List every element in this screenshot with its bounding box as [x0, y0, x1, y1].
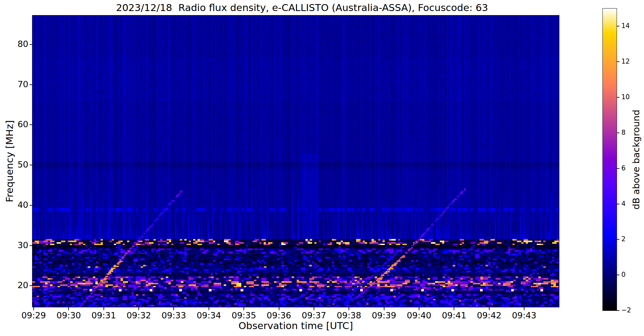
- x-tick-mark: [524, 307, 524, 310]
- x-tick-mark: [173, 307, 174, 310]
- colorbar-tick-label: 2: [621, 235, 625, 243]
- y-axis-label: Frequency [MHz]: [4, 120, 15, 202]
- x-tick-mark: [138, 307, 139, 310]
- colorbar-tick-mark: [617, 310, 619, 311]
- x-tick-label: 09:43: [502, 310, 546, 320]
- x-tick-mark: [489, 307, 490, 310]
- x-tick-mark: [454, 307, 454, 310]
- colorbar-tick-mark: [617, 168, 619, 169]
- y-tick-mark: [30, 165, 32, 165]
- y-tick-label: 70: [0, 79, 28, 89]
- colorbar-gradient-canvas: [603, 9, 617, 310]
- colorbar-tick-mark: [617, 204, 619, 204]
- colorbar-tick-label: 6: [621, 164, 625, 172]
- colorbar: [602, 8, 617, 311]
- y-tick-mark: [30, 285, 32, 286]
- colorbar-tick-label: 8: [621, 129, 625, 136]
- x-axis-label: Observation time [UTC]: [38, 320, 554, 331]
- y-tick-label: 30: [0, 240, 28, 250]
- colorbar-tick-mark: [617, 97, 619, 98]
- y-tick-mark: [30, 84, 32, 85]
- colorbar-tick-mark: [617, 239, 619, 240]
- colorbar-tick-label: 10: [621, 93, 630, 101]
- x-tick-mark: [349, 307, 349, 310]
- colorbar-tick-label: −2: [621, 306, 631, 314]
- spectrogram-figure: 2023/12/18 Radio flux density, e-CALLIST…: [0, 0, 644, 336]
- plot-title: 2023/12/18 Radio flux density, e-CALLIST…: [38, 2, 566, 13]
- colorbar-tick-mark: [617, 61, 619, 62]
- plot-area: [32, 15, 559, 307]
- colorbar-tick-mark: [617, 133, 619, 133]
- x-tick-mark: [314, 307, 314, 310]
- colorbar-tick-label: 4: [621, 200, 625, 208]
- x-tick-mark: [279, 307, 279, 310]
- colorbar-tick-mark: [617, 275, 619, 275]
- spectrogram-canvas: [32, 15, 559, 307]
- x-tick-mark: [384, 307, 384, 310]
- x-tick-mark: [419, 307, 419, 310]
- colorbar-tick-label: 12: [621, 58, 630, 65]
- x-tick-mark: [104, 307, 104, 310]
- x-tick-mark: [209, 307, 209, 310]
- x-tick-mark: [33, 307, 34, 310]
- y-tick-mark: [30, 124, 32, 125]
- colorbar-tick-mark: [617, 26, 619, 26]
- y-tick-mark: [30, 245, 32, 246]
- y-tick-label: 20: [0, 280, 28, 290]
- x-tick-mark: [244, 307, 244, 310]
- colorbar-tick-label: 14: [621, 22, 630, 30]
- x-tick-mark: [68, 307, 69, 310]
- colorbar-label: dB above background: [631, 110, 641, 209]
- y-tick-mark: [30, 44, 32, 45]
- y-tick-mark: [30, 205, 32, 206]
- y-tick-label: 80: [0, 39, 28, 49]
- colorbar-tick-label: 0: [621, 271, 625, 278]
